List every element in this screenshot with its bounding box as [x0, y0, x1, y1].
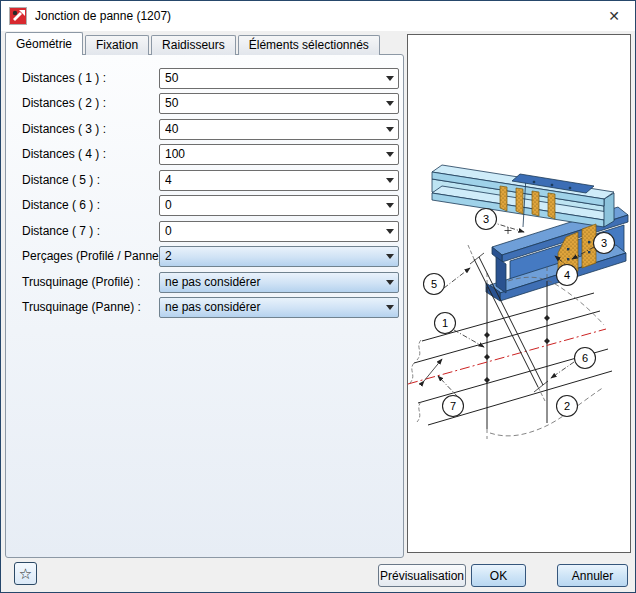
- dropdown-arrow-icon[interactable]: [381, 247, 398, 266]
- svg-text:5: 5: [431, 278, 437, 290]
- svg-text:2: 2: [564, 400, 570, 412]
- distance-6-combobox[interactable]: 0: [159, 195, 399, 216]
- percages-combobox[interactable]: 2: [159, 246, 399, 267]
- combobox-value: 2: [165, 247, 381, 266]
- callout-2: 2: [557, 396, 578, 417]
- form-row: Distance ( 5 ) : 4: [6, 170, 403, 191]
- geometry-tab-page: Distances ( 1 ) : 50 Distances ( 2 ) : 5…: [5, 54, 404, 558]
- field-label: Trusquinage (Profilé) :: [22, 272, 140, 293]
- combobox-value: 0: [165, 222, 381, 241]
- form-row: Distances ( 1 ) : 50: [6, 68, 403, 89]
- field-label: Distances ( 2 ) :: [22, 93, 106, 114]
- preview-button[interactable]: Prévisualisation: [378, 564, 466, 587]
- form-row: Distances ( 2 ) : 50: [6, 93, 403, 114]
- callout-7: 7: [443, 396, 464, 417]
- tab-elements-selectionnes[interactable]: Éléments sélectionnés: [238, 35, 380, 55]
- combobox-value: 50: [165, 94, 381, 113]
- form-row: Distances ( 3 ) : 40: [6, 119, 403, 140]
- close-icon[interactable]: ✕: [605, 7, 623, 25]
- callout-3-right: 3: [594, 233, 615, 254]
- form-row: Distances ( 4 ) : 100: [6, 144, 403, 165]
- tab-raidisseurs[interactable]: Raidisseurs: [151, 35, 236, 55]
- dropdown-arrow-icon[interactable]: [381, 69, 398, 88]
- dropdown-arrow-icon[interactable]: [381, 222, 398, 241]
- connection-diagram: 3 3 4 5 1: [408, 35, 630, 552]
- form-row: Perçages (Profilé / Panne) 2: [6, 246, 403, 267]
- dropdown-arrow-icon[interactable]: [381, 196, 398, 215]
- dialog-window: Jonction de panne (1207) ✕ Géométrie Fix…: [0, 0, 636, 593]
- combobox-value: ne pas considérer: [165, 273, 381, 292]
- form-row: Trusquinage (Panne) : ne pas considérer: [6, 297, 403, 318]
- callout-5: 5: [424, 274, 445, 295]
- field-label: Trusquinage (Panne) :: [22, 297, 141, 318]
- svg-text:7: 7: [450, 400, 456, 412]
- trusquinage-panne-combobox[interactable]: ne pas considérer: [159, 297, 399, 318]
- svg-text:3: 3: [483, 213, 489, 225]
- title-bar: Jonction de panne (1207) ✕: [1, 1, 635, 31]
- svg-text:1: 1: [442, 317, 448, 329]
- field-label: Distances ( 3 ) :: [22, 119, 106, 140]
- svg-text:6: 6: [582, 352, 588, 364]
- distances-2-combobox[interactable]: 50: [159, 93, 399, 114]
- combobox-value: 40: [165, 120, 381, 139]
- combobox-value: 50: [165, 69, 381, 88]
- field-label: Distance ( 7 ) :: [22, 221, 100, 242]
- distances-3-combobox[interactable]: 40: [159, 119, 399, 140]
- connection-preview-panel: 3 3 4 5 1: [407, 34, 631, 553]
- window-title: Jonction de panne (1207): [35, 9, 171, 23]
- trusquinage-profile-combobox[interactable]: ne pas considérer: [159, 272, 399, 293]
- callout-3-left: 3: [476, 209, 497, 230]
- distances-1-combobox[interactable]: 50: [159, 68, 399, 89]
- combobox-value: ne pas considérer: [165, 298, 381, 317]
- distance-7-combobox[interactable]: 0: [159, 221, 399, 242]
- dropdown-arrow-icon[interactable]: [381, 145, 398, 164]
- distances-4-combobox[interactable]: 100: [159, 144, 399, 165]
- cancel-button[interactable]: Annuler: [557, 564, 628, 587]
- dropdown-arrow-icon[interactable]: [381, 273, 398, 292]
- star-icon: ☆: [19, 565, 32, 583]
- callout-1: 1: [435, 313, 456, 334]
- dropdown-arrow-icon[interactable]: [381, 120, 398, 139]
- combobox-value: 100: [165, 145, 381, 164]
- form-row: Distance ( 6 ) : 0: [6, 195, 403, 216]
- field-label: Distances ( 4 ) :: [22, 144, 106, 165]
- form-row: Distance ( 7 ) : 0: [6, 221, 403, 242]
- callout-4: 4: [557, 265, 578, 286]
- svg-text:4: 4: [564, 269, 570, 281]
- callout-6: 6: [575, 348, 596, 369]
- bolt-markers: [484, 315, 550, 383]
- combobox-value: 4: [165, 171, 381, 190]
- favorite-button[interactable]: ☆: [14, 562, 37, 585]
- svg-text:3: 3: [601, 237, 607, 249]
- ok-button[interactable]: OK: [471, 564, 526, 587]
- dropdown-arrow-icon[interactable]: [381, 171, 398, 190]
- app-icon: [9, 7, 27, 25]
- field-label: Distance ( 6 ) :: [22, 195, 100, 216]
- form-row: Trusquinage (Profilé) : ne pas considére…: [6, 272, 403, 293]
- field-label: Perçages (Profilé / Panne): [22, 246, 163, 267]
- tab-strip: Géométrie Fixation Raidisseurs Éléments …: [5, 32, 382, 55]
- field-label: Distances ( 1 ) :: [22, 68, 106, 89]
- field-label: Distance ( 5 ) :: [22, 170, 100, 191]
- tab-fixation[interactable]: Fixation: [85, 35, 149, 55]
- dropdown-arrow-icon[interactable]: [381, 94, 398, 113]
- distance-5-combobox[interactable]: 4: [159, 170, 399, 191]
- dropdown-arrow-icon[interactable]: [381, 298, 398, 317]
- combobox-value: 0: [165, 196, 381, 215]
- tab-geometrie[interactable]: Géométrie: [5, 32, 83, 55]
